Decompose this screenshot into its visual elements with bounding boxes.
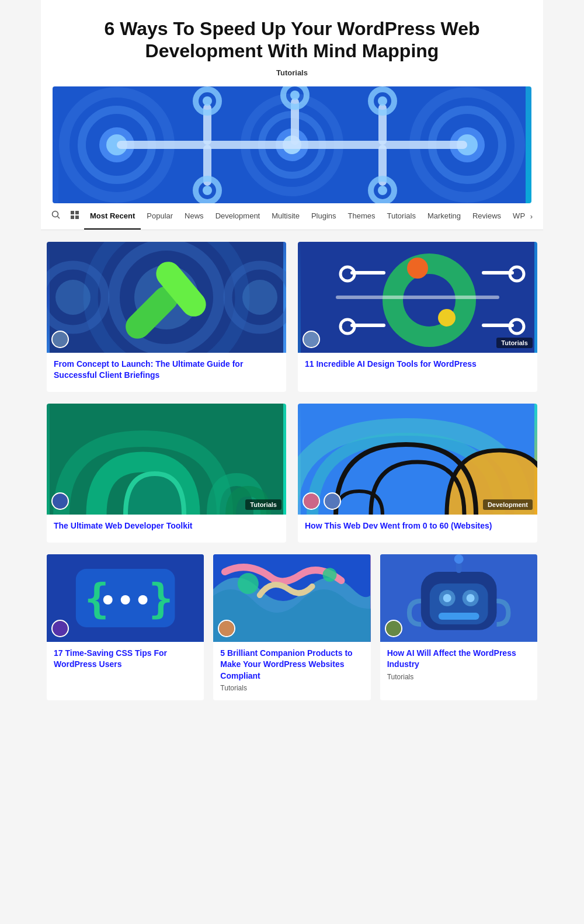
card-body-2: 11 Incredible AI Design Tools for WordPr… (298, 353, 537, 381)
svg-rect-32 (75, 211, 79, 214)
svg-rect-78 (438, 613, 479, 620)
svg-point-40 (55, 280, 91, 315)
svg-point-42 (242, 280, 277, 315)
grid-icon[interactable] (65, 204, 84, 228)
article-row-1: From Concept to Launch: The Ultimate Gui… (47, 242, 537, 392)
page-title: 6 Ways To Speed Up Your WordPress Web De… (53, 18, 531, 62)
card-title-2[interactable]: 11 Incredible AI Design Tools for WordPr… (305, 359, 530, 370)
card-avatar-1 (51, 331, 69, 348)
svg-rect-31 (71, 211, 74, 214)
nav-item-reviews[interactable]: Reviews (467, 203, 507, 230)
svg-point-29 (53, 211, 58, 217)
card-image-6 (213, 554, 370, 642)
svg-point-77 (466, 594, 474, 602)
card-body-3: The Ultimate Web Developer Toolkit (47, 515, 286, 543)
nav-item-tutorials[interactable]: Tutorials (381, 203, 422, 230)
nav-item-marketing[interactable]: Marketing (422, 203, 467, 230)
card-badge-3: Tutorials (245, 499, 281, 510)
card-body-1: From Concept to Launch: The Ultimate Gui… (47, 353, 286, 392)
nav-item-plugins[interactable]: Plugins (305, 203, 342, 230)
nav-item-themes[interactable]: Themes (342, 203, 381, 230)
content-area: From Concept to Launch: The Ultimate Gui… (41, 230, 543, 724)
card-title-3[interactable]: The Ultimate Web Developer Toolkit (54, 520, 279, 532)
nav-items: Most Recent Popular News Development Mul… (84, 203, 526, 230)
card-title-6[interactable]: 5 Brilliant Companion Products to Make Y… (220, 648, 363, 682)
nav-item-news[interactable]: News (179, 203, 210, 230)
svg-rect-58 (336, 296, 499, 299)
hero-image (53, 86, 531, 203)
article-row-2: Tutorials The Ultimate Web Developer Too… (47, 404, 537, 543)
svg-point-80 (454, 554, 463, 564)
card-title-4[interactable]: How This Web Dev Went from 0 to 60 (Webs… (305, 520, 530, 532)
nav-item-multisite[interactable]: Multisite (266, 203, 305, 230)
svg-rect-34 (75, 216, 79, 219)
svg-rect-53 (350, 324, 385, 327)
svg-rect-52 (350, 271, 385, 275)
svg-line-30 (58, 217, 60, 219)
search-icon[interactable] (47, 204, 65, 228)
card-image-7 (380, 554, 537, 642)
nav-bar: Most Recent Popular News Development Mul… (41, 203, 543, 230)
article-card-2[interactable]: Tutorials 11 Incredible AI Design Tools … (298, 242, 537, 392)
card-title-1[interactable]: From Concept to Launch: The Ultimate Gui… (54, 359, 279, 381)
svg-point-18 (203, 96, 212, 106)
card-tag-6: Tutorials (220, 684, 363, 692)
header-category: Tutorials (53, 68, 531, 77)
article-card-7[interactable]: How AI Will Affect the WordPress Industr… (380, 554, 537, 701)
article-card-1[interactable]: From Concept to Launch: The Ultimate Gui… (47, 242, 286, 392)
card-image-5: { } (47, 554, 204, 642)
svg-point-65 (103, 595, 113, 605)
card-title-7[interactable]: How AI Will Affect the WordPress Industr… (387, 648, 530, 671)
article-card-6[interactable]: 5 Brilliant Companion Products to Make Y… (213, 554, 370, 701)
card-body-5: 17 Time-Saving CSS Tips For WordPress Us… (47, 642, 204, 681)
card-tag-7: Tutorials (387, 673, 530, 681)
card-avatar-4a (303, 492, 320, 510)
svg-rect-56 (482, 271, 514, 275)
svg-point-49 (438, 309, 456, 326)
nav-item-most-recent[interactable]: Most Recent (84, 203, 141, 230)
card-image-4: Development (298, 404, 537, 515)
svg-point-70 (323, 568, 337, 582)
card-avatar-3 (51, 492, 69, 510)
card-body-7: How AI Will Affect the WordPress Industr… (380, 642, 537, 689)
svg-point-22 (378, 96, 387, 106)
card-badge-2: Tutorials (496, 338, 533, 348)
svg-point-66 (121, 595, 130, 605)
card-image-3: Tutorials (47, 404, 286, 515)
svg-point-28 (378, 186, 387, 195)
card-avatar-4b (324, 492, 341, 510)
card-avatar-7 (385, 620, 402, 637)
card-avatar-6 (218, 620, 235, 637)
header: 6 Ways To Speed Up Your WordPress Web De… (41, 0, 543, 203)
svg-rect-33 (71, 216, 74, 219)
svg-point-48 (407, 258, 428, 279)
card-title-5[interactable]: 17 Time-Saving CSS Tips For WordPress Us… (54, 648, 197, 671)
svg-point-67 (138, 595, 148, 605)
card-image-2: Tutorials (298, 242, 537, 353)
article-card-5[interactable]: { } 17 Time-Saving CSS Tips For WordPres… (47, 554, 204, 701)
nav-more-button[interactable]: › (526, 204, 537, 229)
svg-point-76 (443, 594, 451, 602)
article-card-3[interactable]: Tutorials The Ultimate Web Developer Too… (47, 404, 286, 543)
svg-point-26 (203, 186, 212, 195)
nav-item-development[interactable]: Development (210, 203, 266, 230)
card-avatar-5 (51, 620, 69, 637)
svg-point-69 (238, 573, 259, 594)
card-avatar-2 (303, 331, 320, 348)
svg-point-20 (290, 91, 300, 100)
nav-item-wpmu[interactable]: WPMU DEV Tutorials (507, 203, 526, 230)
svg-text:}: } (149, 575, 173, 622)
card-body-4: How This Web Dev Went from 0 to 60 (Webs… (298, 515, 537, 543)
card-body-6: 5 Brilliant Companion Products to Make Y… (213, 642, 370, 701)
nav-item-popular[interactable]: Popular (141, 203, 179, 230)
article-card-4[interactable]: Development How This Web Dev Went from 0… (298, 404, 537, 543)
card-badge-4: Development (483, 499, 533, 510)
article-row-3: { } 17 Time-Saving CSS Tips For WordPres… (47, 554, 537, 701)
card-image-1 (47, 242, 286, 353)
svg-rect-57 (482, 324, 514, 327)
